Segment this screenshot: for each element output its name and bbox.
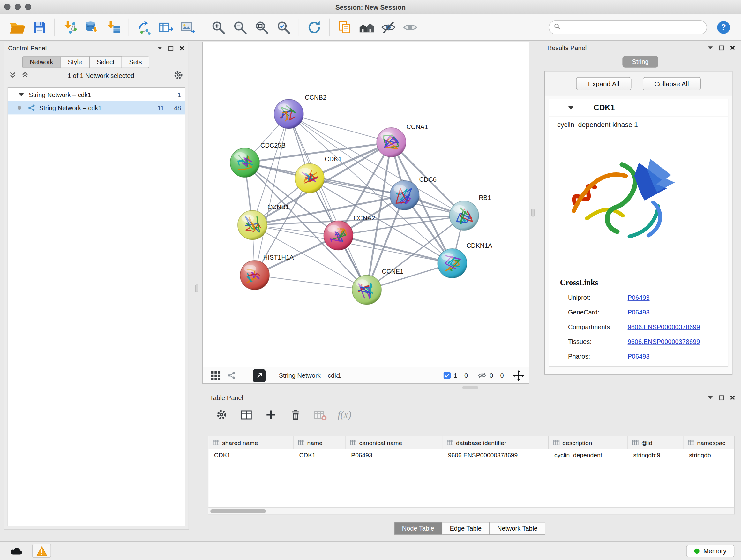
add-column-plus-icon[interactable] (262, 406, 280, 424)
birdseye-view-button[interactable] (356, 16, 378, 38)
collapse-all-button[interactable]: Collapse All (643, 77, 700, 90)
table-row[interactable]: CDK1CDK1P064939606.ENSP00000378699cyclin… (208, 449, 734, 462)
table-cell[interactable]: CDK1 (293, 449, 346, 462)
crosslink-link[interactable]: 9606.ENSP00000378699 (628, 338, 700, 345)
panel-close-icon[interactable] (179, 45, 185, 51)
network-from-selection-button[interactable] (133, 16, 155, 38)
cloud-icon[interactable] (7, 544, 25, 558)
duplicate-network-button[interactable] (334, 16, 356, 38)
network-node-CCNA1[interactable] (377, 128, 406, 157)
open-session-button[interactable] (7, 16, 28, 38)
tab-network-table[interactable]: Network Table (489, 522, 545, 535)
tab-edge-table[interactable]: Edge Table (442, 522, 490, 535)
tab-style[interactable]: Style (61, 56, 89, 68)
warning-icon[interactable] (32, 544, 51, 558)
network-node-CDC6[interactable] (390, 181, 419, 210)
right-splitter-handle[interactable] (531, 209, 535, 217)
panel-close-icon[interactable] (730, 45, 736, 51)
collection-expand-icon[interactable] (18, 92, 24, 97)
tab-network[interactable]: Network (22, 56, 61, 68)
zoom-in-button[interactable] (207, 16, 229, 38)
zoom-selected-button[interactable] (273, 16, 294, 38)
network-node-CDKN1A[interactable] (437, 249, 467, 278)
network-canvas[interactable]: CCNB2CCNA1CDC25BCDK1CDC6RB1CCNB1CCNA2CDK… (203, 42, 529, 367)
panel-float-icon[interactable] (719, 45, 724, 50)
column-header--id[interactable]: @id (628, 436, 684, 449)
selected-checkbox-icon[interactable] (443, 372, 451, 379)
network-collection-row[interactable]: String Network – cdk1 1 (8, 88, 185, 101)
import-network-file-button[interactable] (59, 16, 81, 38)
panel-float-icon[interactable] (719, 395, 724, 400)
function-builder-icon[interactable]: f(x) (335, 406, 353, 424)
network-node-CCNA2[interactable] (324, 221, 353, 250)
search-field[interactable] (563, 23, 702, 30)
panel-close-icon[interactable] (730, 395, 736, 401)
grid-view-icon[interactable] (207, 369, 223, 382)
network-node-HIST1H1A[interactable] (240, 260, 269, 290)
collapse-all-icon[interactable] (9, 71, 17, 80)
table-horizontal-scrollbar[interactable] (208, 507, 734, 514)
tab-select[interactable]: Select (90, 56, 122, 68)
panel-collapse-icon[interactable] (708, 396, 713, 400)
title-bar[interactable]: Session: New Session (0, 0, 741, 14)
column-header-description[interactable]: description (549, 436, 627, 449)
memory-button[interactable]: Memory (686, 544, 735, 557)
hidden-eye-slash-icon[interactable] (477, 372, 487, 379)
network-share-icon[interactable] (223, 369, 239, 382)
expand-all-button[interactable]: Expand All (576, 77, 631, 90)
gene-collapse-icon[interactable] (568, 106, 574, 110)
column-header-shared-name[interactable]: shared name (208, 436, 293, 449)
crosslink-link[interactable]: P06493 (628, 294, 650, 301)
help-button[interactable]: ? (713, 16, 734, 38)
import-network-database-button[interactable] (81, 16, 103, 38)
panel-float-icon[interactable] (168, 46, 173, 51)
table-cell[interactable]: 9606.ENSP00000378699 (442, 449, 549, 462)
table-cell[interactable]: P06493 (346, 449, 443, 462)
hide-selected-button[interactable] (378, 16, 399, 38)
crosslink-link[interactable]: P06493 (628, 309, 650, 316)
network-node-CCNE1[interactable] (352, 275, 381, 305)
table-cell[interactable]: CDK1 (208, 449, 293, 462)
network-options-gear-icon[interactable] (173, 69, 184, 82)
panel-collapse-icon[interactable] (157, 46, 163, 50)
fit-content-crosshair-icon[interactable] (513, 370, 524, 381)
new-table-button[interactable] (155, 16, 177, 38)
tab-sets[interactable]: Sets (122, 56, 149, 68)
table-settings-gear-icon[interactable] (212, 406, 230, 424)
column-header-namespac[interactable]: namespac (683, 436, 735, 449)
zoom-fit-button[interactable] (251, 16, 273, 38)
network-node-CCNB1[interactable] (238, 210, 267, 240)
crosslink-link[interactable]: 9606.ENSP00000378699 (628, 323, 700, 330)
column-header-name[interactable]: name (293, 436, 346, 449)
zoom-out-button[interactable] (229, 16, 251, 38)
apply-layout-button[interactable] (304, 16, 325, 38)
panel-collapse-icon[interactable] (708, 46, 713, 50)
import-table-file-button[interactable] (103, 16, 124, 38)
network-node-CDK1[interactable] (295, 164, 324, 193)
network-node-RB1[interactable] (449, 201, 479, 230)
table-cell[interactable]: cyclin–dependent ... (549, 449, 627, 462)
column-header-canonical-name[interactable]: canonical name (346, 436, 443, 449)
open-in-new-window-icon[interactable] (253, 369, 266, 382)
expand-all-icon[interactable] (21, 71, 29, 80)
horizontal-splitter-handle[interactable] (462, 386, 478, 388)
left-splitter-handle[interactable] (195, 285, 199, 293)
delete-column-trash-icon[interactable] (286, 406, 304, 424)
crosslink-link[interactable]: P06493 (628, 353, 650, 360)
save-session-button[interactable] (28, 16, 50, 38)
tab-node-table[interactable]: Node Table (394, 522, 442, 535)
table-cell[interactable]: stringdb:9... (628, 449, 684, 462)
status-bar: Memory (0, 542, 741, 560)
network-row-selected[interactable]: String Network – cdk1 11 48 (8, 101, 185, 114)
show-columns-icon[interactable] (237, 406, 255, 424)
clear-table-icon[interactable] (311, 406, 329, 424)
network-node-CDC25B[interactable] (230, 148, 259, 178)
search-input[interactable] (549, 20, 707, 34)
table-cell[interactable]: stringdb (683, 449, 735, 462)
export-image-button[interactable] (177, 16, 199, 38)
network-node-CCNB2[interactable] (274, 99, 304, 129)
show-all-button[interactable] (399, 16, 421, 38)
column-header-database-identifier[interactable]: database identifier (442, 436, 549, 449)
scrollbar-thumb[interactable] (210, 509, 266, 513)
tab-string[interactable]: String (623, 56, 658, 68)
